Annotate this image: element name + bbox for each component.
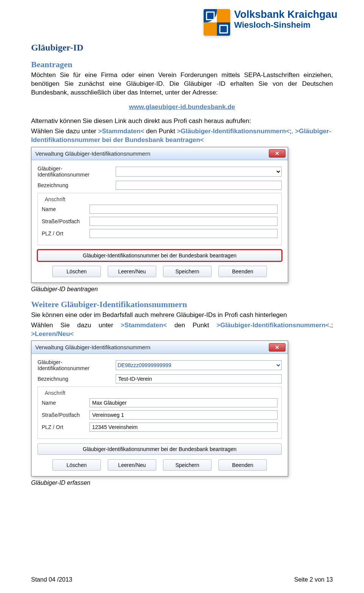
heading-weitere-ids: Weitere Gläubiger-Identifikationsnummern [31,300,333,309]
leeren-neu-button[interactable]: Leeren/Neu [108,459,156,471]
para-apply: Möchten Sie für eine Firma oder einen Ve… [31,71,333,97]
para-nav-2: Wählen Sie dazu unter >Stammdaten< den P… [31,321,333,339]
strasse-field[interactable] [89,410,278,420]
label-plzort: PLZ / Ort [42,230,87,237]
heading-glaeubiger-id: Gläubiger-ID [31,43,333,53]
beenden-button[interactable]: Beenden [218,459,267,471]
strasse-field[interactable] [89,217,278,226]
beenden-button[interactable]: Beenden [218,266,267,277]
label-bezeichnung: Bezeichnung [38,376,113,382]
fieldset-anschrift-legend: Anschrift [43,390,67,396]
label-name: Name [42,400,87,406]
name-field[interactable] [89,205,278,214]
brand-logo: Volksbank Kraichgau Wiesloch-Sinsheim [204,9,337,36]
caption-dialog-1: Gläubiger-ID beantragen [31,286,333,293]
label-strasse: Straße/Postfach [42,412,87,418]
close-icon[interactable] [269,149,286,158]
para-alt: Alternativ können Sie diesen Link auch d… [31,117,333,126]
speichern-button[interactable]: Speichern [163,459,212,471]
bezeichnung-field[interactable] [116,181,282,190]
para-more: Sie können eine oder im Bedarfsfall auch… [31,311,333,320]
loeschen-button[interactable]: Löschen [52,266,101,277]
vr-logo-icon [204,9,230,36]
bundesbank-beantragen-button[interactable]: Gläubiger-Identifikationsnummer bei der … [38,443,282,455]
speichern-button[interactable]: Speichern [163,266,212,277]
close-icon[interactable] [269,343,286,352]
heading-beantragen: Beantragen [31,60,333,69]
caption-dialog-2: Gläubiger-ID erfassen [31,479,333,486]
bezeichnung-field[interactable] [116,374,282,383]
label-glaeubiger-id: Gläubiger-Identifikationsnummer [38,359,113,371]
footer-left: Stand 04 /2013 [31,576,72,583]
brand-line2: Wiesloch-Sinsheim [234,21,337,30]
name-field[interactable] [89,398,278,407]
plzort-field[interactable] [89,229,278,238]
label-bezeichnung: Bezeichnung [38,182,113,188]
glaeubiger-id-combo[interactable] [116,167,282,177]
plzort-field[interactable] [89,423,278,432]
glaeubiger-id-combo[interactable]: DE98zzz09999999999 [116,360,282,370]
dialog-title: Verwaltung Gläubiger-Identifikationsnumm… [35,344,266,350]
leeren-neu-button[interactable]: Leeren/Neu [108,266,156,277]
dialog-glaeubiger-id-1: Verwaltung Gläubiger-Identifikationsnumm… [31,147,288,283]
label-plzort: PLZ / Ort [42,424,87,430]
dialog-glaeubiger-id-2: Verwaltung Gläubiger-Identifikationsnumm… [31,341,288,476]
label-strasse: Straße/Postfach [42,218,87,224]
footer-right: Seite 2 von 13 [294,576,333,583]
loeschen-button[interactable]: Löschen [52,459,101,471]
fieldset-anschrift-legend: Anschrift [43,196,67,202]
brand-line1: Volksbank Kraichgau [234,9,337,21]
label-glaeubiger-id: Gläubiger-Identifikationsnummer [38,166,113,178]
bundesbank-beantragen-button[interactable]: Gläubiger-Identifikationsnummer bei der … [38,250,282,261]
label-name: Name [42,206,87,212]
para-nav-1: Wählen Sie dazu unter >Stammdaten< den P… [31,127,333,145]
bundesbank-link[interactable]: www.glaeubiger-id.bundesbank.de [129,103,235,110]
dialog-title: Verwaltung Gläubiger-Identifikationsnumm… [35,150,266,157]
